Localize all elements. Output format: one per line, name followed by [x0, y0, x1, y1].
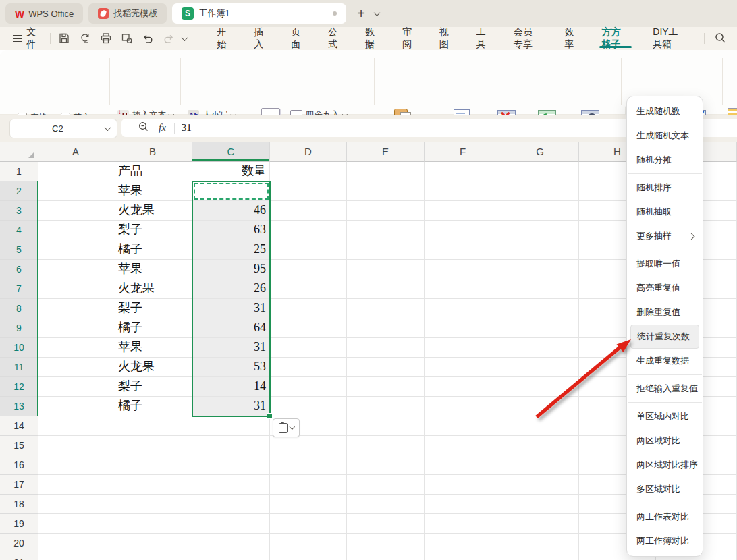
menu-item-生成随机数[interactable]: 生成随机数 — [627, 99, 703, 123]
row-header-17[interactable]: 17 — [0, 475, 38, 495]
cell-E1[interactable] — [347, 162, 425, 181]
cell-A16[interactable] — [38, 455, 113, 475]
cell-C9[interactable]: 64 — [192, 318, 270, 338]
cell-B13[interactable]: 橘子 — [113, 397, 192, 416]
cell-B7[interactable]: 火龙果 — [113, 279, 192, 299]
cell-F5[interactable] — [425, 240, 501, 260]
cell-G4[interactable] — [501, 221, 579, 240]
cell-B4[interactable]: 梨子 — [113, 221, 192, 240]
cell-C19[interactable] — [192, 514, 270, 534]
column-header-F[interactable]: F — [425, 142, 501, 162]
menu-item-生成随机文本[interactable]: 生成随机文本 — [627, 123, 703, 148]
cell-C16[interactable] — [192, 455, 270, 475]
cell-F21[interactable] — [425, 553, 501, 560]
cell-C11[interactable]: 53 — [192, 358, 270, 377]
docer-template-tab[interactable]: 找稻壳模板 — [88, 3, 167, 24]
cell-B18[interactable] — [113, 495, 192, 514]
cell-E11[interactable] — [347, 358, 425, 377]
cell-C4[interactable]: 63 — [192, 221, 270, 240]
cell-D4[interactable] — [270, 221, 347, 240]
menu-item-提取唯一值[interactable]: 提取唯一值 — [627, 252, 703, 276]
export-icon[interactable] — [78, 31, 92, 46]
cell-G1[interactable] — [501, 162, 579, 181]
formula-zoom-icon[interactable] — [138, 121, 149, 135]
cell-F18[interactable] — [425, 495, 501, 514]
row-header-3[interactable]: 3 — [0, 201, 38, 221]
row-header-13[interactable]: 13 — [0, 397, 38, 416]
cell-E9[interactable] — [347, 318, 425, 338]
cell-G10[interactable] — [501, 338, 579, 358]
row-header-12[interactable]: 12 — [0, 377, 38, 397]
menubar-tab-方方格子[interactable]: 方方格子 — [590, 27, 641, 50]
cell-F13[interactable] — [425, 397, 501, 416]
qat-chevron-icon[interactable] — [182, 34, 188, 41]
cell-G21[interactable] — [501, 553, 579, 560]
cell-E7[interactable] — [347, 279, 425, 299]
cell-E8[interactable] — [347, 299, 425, 318]
cell-D17[interactable] — [270, 475, 347, 495]
cell-G15[interactable] — [501, 436, 579, 455]
select-all-corner[interactable] — [0, 142, 38, 162]
cell-A2[interactable] — [38, 181, 113, 201]
menu-item-删除重复值[interactable]: 删除重复值 — [627, 300, 703, 325]
workbook-tab[interactable]: S 工作簿1 — [172, 3, 346, 24]
cell-G18[interactable] — [501, 495, 579, 514]
cell-B6[interactable]: 苹果 — [113, 260, 192, 279]
cell-B15[interactable] — [113, 436, 192, 455]
row-header-11[interactable]: 11 — [0, 358, 38, 377]
row-header-14[interactable]: 14 — [0, 416, 38, 436]
cell-A9[interactable] — [38, 318, 113, 338]
menubar-tab-DIY工具箱[interactable]: DIY工具箱 — [641, 27, 697, 50]
cell-B5[interactable]: 橘子 — [113, 240, 192, 260]
menubar-tab-开始[interactable]: 开始 — [205, 27, 242, 50]
cell-F10[interactable] — [425, 338, 501, 358]
hamburger-menu-icon[interactable] — [13, 35, 22, 43]
cell-D9[interactable] — [270, 318, 347, 338]
cell-G20[interactable] — [501, 534, 579, 553]
cell-B20[interactable] — [113, 534, 192, 553]
menu-item-两工作表对比[interactable]: 两工作表对比 — [627, 505, 703, 529]
cell-C15[interactable] — [192, 436, 270, 455]
cell-E12[interactable] — [347, 377, 425, 397]
tab-list-chevron-icon[interactable] — [373, 9, 380, 16]
row-header-7[interactable]: 7 — [0, 279, 38, 299]
cell-D19[interactable] — [270, 514, 347, 534]
menu-item-随机抽取[interactable]: 随机抽取 — [627, 200, 703, 224]
menu-item-两区域对比[interactable]: 两区域对比 — [627, 428, 703, 453]
cell-E3[interactable] — [347, 201, 425, 221]
row-header-9[interactable]: 9 — [0, 318, 38, 338]
menubar-tab-工具[interactable]: 工具 — [465, 27, 502, 50]
cell-A13[interactable] — [38, 397, 113, 416]
menu-item-统计重复次数[interactable]: 统计重复次数 — [630, 325, 699, 349]
menu-item-多区域对比[interactable]: 多区域对比 — [627, 477, 703, 501]
cell-G5[interactable] — [501, 240, 579, 260]
wps-office-tab[interactable]: W WPS Office — [5, 3, 83, 24]
cell-D12[interactable] — [270, 377, 347, 397]
row-header-10[interactable]: 10 — [0, 338, 38, 358]
menubar-tab-公式[interactable]: 公式 — [317, 27, 354, 50]
cell-F17[interactable] — [425, 475, 501, 495]
cell-G9[interactable] — [501, 318, 579, 338]
cell-D11[interactable] — [270, 358, 347, 377]
menubar-tab-插入[interactable]: 插入 — [242, 27, 279, 50]
cell-A19[interactable] — [38, 514, 113, 534]
cell-B16[interactable] — [113, 455, 192, 475]
cell-A6[interactable] — [38, 260, 113, 279]
cell-F19[interactable] — [425, 514, 501, 534]
menu-item-随机分摊[interactable]: 随机分摊 — [627, 148, 703, 172]
cell-F16[interactable] — [425, 455, 501, 475]
cell-A15[interactable] — [38, 436, 113, 455]
cell-C13[interactable]: 31 — [192, 397, 270, 416]
cell-B10[interactable]: 苹果 — [113, 338, 192, 358]
cell-E16[interactable] — [347, 455, 425, 475]
cell-D13[interactable] — [270, 397, 347, 416]
cell-C5[interactable]: 25 — [192, 240, 270, 260]
cell-C17[interactable] — [192, 475, 270, 495]
menu-item-两区域对比排序[interactable]: 两区域对比排序 — [627, 453, 703, 477]
cell-E18[interactable] — [347, 495, 425, 514]
menu-item-生成重复数据[interactable]: 生成重复数据 — [627, 349, 703, 373]
cell-E14[interactable] — [347, 416, 425, 436]
search-icon[interactable] — [714, 32, 726, 46]
cell-E17[interactable] — [347, 475, 425, 495]
name-box[interactable]: C2 — [9, 119, 117, 138]
